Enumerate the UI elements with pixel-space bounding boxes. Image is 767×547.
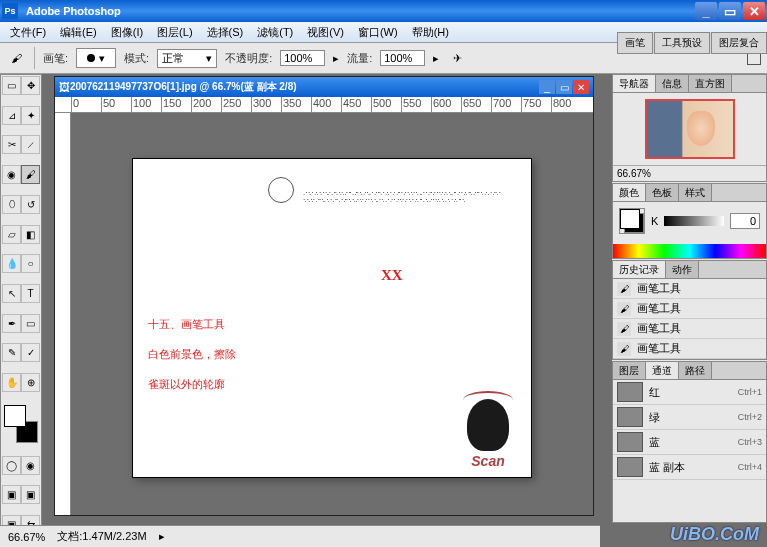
channel-row[interactable]: 红Ctrl+1 <box>613 380 766 405</box>
airbrush-icon[interactable]: ✈ <box>447 48 467 68</box>
menu-window[interactable]: 窗口(W) <box>352 23 404 42</box>
channel-row[interactable]: 蓝Ctrl+3 <box>613 430 766 455</box>
mode-label: 模式: <box>124 51 149 66</box>
tool-heal[interactable]: ◉ <box>2 165 21 184</box>
tool-eraser[interactable]: ▱ <box>2 225 21 244</box>
color-spectrum[interactable] <box>613 244 766 258</box>
history-item[interactable]: 🖌画笔工具 <box>613 299 766 319</box>
tool-hand[interactable]: ✋ <box>2 373 21 392</box>
tab-tool-presets[interactable]: 工具预设 <box>654 32 710 54</box>
menu-layer[interactable]: 图层(L) <box>151 23 198 42</box>
color-swatch[interactable] <box>619 208 645 234</box>
tool-pen[interactable]: ✒ <box>2 314 21 333</box>
window-close-button[interactable]: ✕ <box>743 2 765 20</box>
brush-icon: 🖌 <box>617 282 631 296</box>
brush-preset-picker[interactable]: ▾ <box>76 48 116 68</box>
tab-brushes[interactable]: 画笔 <box>617 32 653 54</box>
canvas-area: 🖼 200762119497737O6[1].jpg @ 66.7%(蓝 副本 … <box>42 74 767 547</box>
tab-actions[interactable]: 动作 <box>666 261 699 278</box>
history-item[interactable]: 🖌画笔工具 <box>613 319 766 339</box>
tab-history[interactable]: 历史记录 <box>613 261 666 278</box>
menu-select[interactable]: 选择(S) <box>201 23 250 42</box>
k-value-input[interactable]: 0 <box>730 213 760 229</box>
document-titlebar[interactable]: 🖼 200762119497737O6[1].jpg @ 66.7%(蓝 副本 … <box>55 77 593 97</box>
tool-gradient[interactable]: ◧ <box>21 225 40 244</box>
flow-input[interactable]: 100% <box>380 50 425 66</box>
ruler-vertical[interactable] <box>55 113 71 515</box>
doc-minimize-button[interactable]: _ <box>539 80 555 94</box>
tool-history-brush[interactable]: ↺ <box>21 195 40 214</box>
tool-marquee[interactable]: ▭ <box>2 76 21 95</box>
foreground-color[interactable] <box>4 405 26 427</box>
tool-move[interactable]: ✥ <box>21 76 40 95</box>
zoom-level[interactable]: 66.67% <box>8 531 45 543</box>
quickmask-on[interactable]: ◉ <box>21 456 40 475</box>
tab-histogram[interactable]: 直方图 <box>689 75 732 92</box>
k-slider[interactable] <box>664 216 724 226</box>
menu-help[interactable]: 帮助(H) <box>406 23 455 42</box>
tool-zoom[interactable]: ⊕ <box>21 373 40 392</box>
scan-watermark: Scan <box>467 399 509 469</box>
tab-info[interactable]: 信息 <box>656 75 689 92</box>
opacity-input[interactable]: 100% <box>280 50 325 66</box>
navigator-zoom[interactable]: 66.67% <box>613 165 766 181</box>
window-minimize-button[interactable]: _ <box>695 2 717 20</box>
flow-label: 流量: <box>347 51 372 66</box>
tool-shape[interactable]: ▭ <box>21 314 40 333</box>
document-icon: 🖼 <box>59 81 70 93</box>
tab-swatches[interactable]: 色板 <box>646 184 679 201</box>
channel-row[interactable]: 绿Ctrl+2 <box>613 405 766 430</box>
tab-layer-comps[interactable]: 图层复合 <box>711 32 767 54</box>
tool-dodge[interactable]: ○ <box>21 254 40 273</box>
channel-row[interactable]: 蓝 副本Ctrl+4 <box>613 455 766 480</box>
blend-mode-select[interactable]: 正常▾ <box>157 49 217 68</box>
ruler-horizontal[interactable]: 0501001502002503003504004505005506006507… <box>55 97 593 113</box>
tool-notes[interactable]: ✎ <box>2 343 21 362</box>
tab-channels[interactable]: 通道 <box>646 362 679 379</box>
screen-full-menu[interactable]: ▣ <box>21 485 40 504</box>
artwork-canvas[interactable]: . · ·. · .·. ·. · ·..· . ··. ·.·. .· ·· … <box>132 158 532 478</box>
channel-thumb <box>617 407 643 427</box>
brush-tool-icon[interactable]: 🖌 <box>6 48 26 68</box>
history-item[interactable]: 🖌画笔工具 <box>613 279 766 299</box>
tab-navigator[interactable]: 导航器 <box>613 75 656 92</box>
brush-cursor-icon <box>268 177 294 203</box>
screen-standard[interactable]: ▣ <box>2 485 21 504</box>
tool-path[interactable]: ↖ <box>2 284 21 303</box>
tool-type[interactable]: T <box>21 284 40 303</box>
app-title: Adobe Photoshop <box>22 5 695 17</box>
foreground-background-colors[interactable] <box>4 405 38 443</box>
tool-brush[interactable]: 🖌 <box>21 165 40 184</box>
tool-crop[interactable]: ✂ <box>2 135 21 154</box>
menu-image[interactable]: 图像(I) <box>105 23 149 42</box>
history-item[interactable]: 🖌画笔工具 <box>613 339 766 359</box>
menu-view[interactable]: 视图(V) <box>301 23 350 42</box>
tool-wand[interactable]: ✦ <box>21 106 40 125</box>
status-arrow-icon[interactable]: ▸ <box>159 530 165 543</box>
menu-filter[interactable]: 滤镜(T) <box>251 23 299 42</box>
doc-maximize-button[interactable]: ▭ <box>556 80 572 94</box>
channel-thumb <box>617 382 643 402</box>
menu-file[interactable]: 文件(F) <box>4 23 52 42</box>
brush-icon: 🖌 <box>617 322 631 336</box>
flow-dropdown-icon[interactable]: ▸ <box>433 52 439 65</box>
menu-edit[interactable]: 编辑(E) <box>54 23 103 42</box>
tab-color[interactable]: 颜色 <box>613 184 646 201</box>
doc-size-label[interactable]: 文档:1.47M/2.23M <box>57 529 146 544</box>
window-maximize-button[interactable]: ▭ <box>719 2 741 20</box>
tool-slice[interactable]: ⟋ <box>21 135 40 154</box>
canvas-viewport[interactable]: . · ·. · .·. ·. · ·..· . ··. ·.·. .· ·· … <box>71 113 593 515</box>
tool-stamp[interactable]: ⬯ <box>2 195 21 214</box>
tool-lasso[interactable]: ⊿ <box>2 106 21 125</box>
tool-eyedrop[interactable]: ✓ <box>21 343 40 362</box>
doc-close-button[interactable]: ✕ <box>573 80 589 94</box>
tab-styles[interactable]: 样式 <box>679 184 712 201</box>
navigator-thumbnail[interactable] <box>645 99 735 159</box>
tab-layers[interactable]: 图层 <box>613 362 646 379</box>
tool-blur[interactable]: 💧 <box>2 254 21 273</box>
opacity-dropdown-icon[interactable]: ▸ <box>333 52 339 65</box>
docked-panel-tabs: 画笔 工具预设 图层复合 <box>617 32 767 54</box>
toolbox: ▭ ✥ ⊿ ✦ ✂ ⟋ ◉ 🖌 ⬯ ↺ ▱ ◧ 💧 ○ ↖ T ✒ ▭ ✎ ✓ … <box>0 74 42 547</box>
tab-paths[interactable]: 路径 <box>679 362 712 379</box>
quickmask-off[interactable]: ◯ <box>2 456 21 475</box>
